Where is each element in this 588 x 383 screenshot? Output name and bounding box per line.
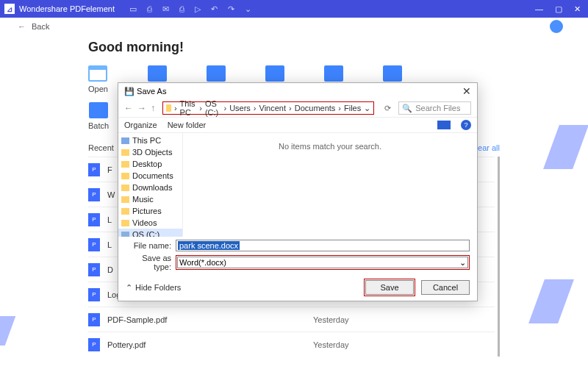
dialog-title: 💾 Save As — [124, 87, 166, 96]
chevron-down-icon[interactable]: ⌄ — [364, 104, 370, 113]
cancel-button[interactable]: Cancel — [421, 280, 470, 295]
back-arrow-icon[interactable]: ← — [18, 22, 26, 31]
search-icon: 🔍 — [402, 104, 412, 113]
dialog-close-icon[interactable]: ✕ — [462, 85, 471, 97]
back-bar: ← Back — [0, 18, 588, 35]
pdf-file-icon: P — [88, 338, 100, 351]
folder-icon — [121, 185, 129, 191]
search-input[interactable]: 🔍 Search Files — [398, 101, 471, 115]
new-folder-button[interactable]: New folder — [168, 121, 207, 129]
file-row[interactable]: PPDF-Sample.pdfYesterday — [88, 307, 495, 332]
maximize-icon[interactable]: ▢ — [555, 4, 562, 14]
help-icon[interactable]: ? — [461, 120, 471, 130]
file-area-empty: No items match your search. — [183, 133, 477, 237]
tree-item[interactable]: Music — [118, 193, 182, 205]
pdf-file-icon: P — [88, 288, 100, 301]
app-titlebar: ⊿ Wondershare PDFelement ▭ ⎙ ✉ ⎙ ▷ ↶ ↷ ⌄… — [0, 0, 588, 18]
action-icon — [383, 65, 402, 82]
more-icon[interactable]: ⌄ — [245, 4, 251, 14]
pdf-file-icon: P — [88, 188, 100, 201]
tree-item[interactable]: Desktop — [118, 158, 182, 170]
window-controls: — ▢ ✕ — [535, 4, 581, 14]
redo-icon[interactable]: ↷ — [228, 4, 234, 14]
mail-icon[interactable]: ✉ — [162, 4, 169, 14]
folder-icon — [166, 104, 171, 112]
user-avatar-icon[interactable] — [550, 20, 563, 33]
save-icon[interactable]: ⎙ — [147, 4, 152, 14]
nav-back-icon[interactable]: ← — [124, 103, 133, 113]
breadcrumb-path[interactable]: ›This PC ›OS (C:) ›Users ›Vincent ›Docum… — [162, 101, 374, 115]
print-icon[interactable]: ⎙ — [179, 4, 184, 14]
folder-tree: This PC 3D Objects Desktop Documents Dow… — [118, 133, 183, 237]
app-logo-icon: ⊿ — [4, 4, 15, 14]
view-mode-icon[interactable] — [437, 121, 451, 129]
app-title: Wondershare PDFelement — [19, 4, 115, 13]
close-window-icon[interactable]: ✕ — [574, 4, 581, 14]
recent-heading: Recent — [88, 143, 114, 152]
tree-item[interactable]: 3D Objects — [118, 146, 182, 158]
folder-icon — [121, 161, 129, 168]
minimize-icon[interactable]: — — [535, 4, 543, 14]
nav-up-icon[interactable]: ↑ — [151, 103, 155, 113]
save-button[interactable]: Save — [365, 280, 414, 295]
batch-icon — [89, 102, 108, 118]
folder-icon — [121, 220, 129, 226]
pc-icon — [121, 137, 129, 144]
action-icon — [265, 65, 284, 82]
action-icon — [207, 65, 226, 82]
filename-label: File name: — [126, 241, 171, 250]
organize-menu[interactable]: Organize — [124, 121, 157, 129]
tree-item[interactable]: Documents — [118, 170, 182, 182]
savetype-label: Save as type: — [126, 254, 171, 271]
tree-item[interactable]: This PC — [118, 135, 182, 146]
pdf-file-icon: P — [88, 213, 100, 226]
quick-batch[interactable]: Batch — [88, 102, 109, 130]
tree-item-selected[interactable]: OS (C:) — [118, 229, 182, 237]
undo-icon[interactable]: ↶ — [211, 4, 218, 14]
tree-item[interactable]: Pictures — [118, 205, 182, 217]
tree-item[interactable]: Videos — [118, 217, 182, 229]
folder-icon — [121, 196, 129, 203]
hide-folders-toggle[interactable]: ⌃Hide Folders — [126, 283, 181, 293]
action-icon — [324, 65, 343, 82]
filename-input[interactable]: park scene.docx — [176, 240, 470, 251]
chevron-up-icon: ⌃ — [126, 283, 132, 293]
tree-item[interactable]: Downloads — [118, 182, 182, 193]
pdf-file-icon: P — [88, 238, 100, 251]
toolbar-icons: ▭ ⎙ ✉ ⎙ ▷ ↶ ↷ ⌄ — [129, 4, 251, 14]
folder-icon — [121, 208, 129, 215]
refresh-icon[interactable]: ⟳ — [384, 104, 391, 113]
chevron-down-icon: ⌄ — [459, 258, 466, 268]
drive-icon — [121, 232, 129, 237]
folder-icon[interactable]: ▭ — [129, 4, 137, 14]
nav-forward-icon[interactable]: → — [137, 103, 146, 113]
save-as-dialog: 💾 Save As ✕ ← → ↑ ›This PC ›OS (C:) ›Use… — [118, 82, 478, 301]
action-icon — [148, 65, 167, 82]
folder-icon — [121, 149, 129, 156]
file-row[interactable]: PPottery.pdfYesterday — [88, 332, 495, 357]
greeting-heading: Good morning! — [88, 40, 500, 55]
savetype-select[interactable]: Word(*.docx)⌄ — [177, 257, 468, 268]
open-folder-icon — [88, 65, 107, 82]
quick-open[interactable]: Open — [88, 65, 108, 93]
pdf-file-icon: P — [88, 163, 100, 176]
pdf-file-icon: P — [88, 313, 100, 326]
pdf-file-icon: P — [88, 263, 100, 276]
back-label[interactable]: Back — [32, 22, 49, 31]
folder-icon — [121, 173, 129, 179]
play-icon[interactable]: ▷ — [195, 4, 201, 14]
